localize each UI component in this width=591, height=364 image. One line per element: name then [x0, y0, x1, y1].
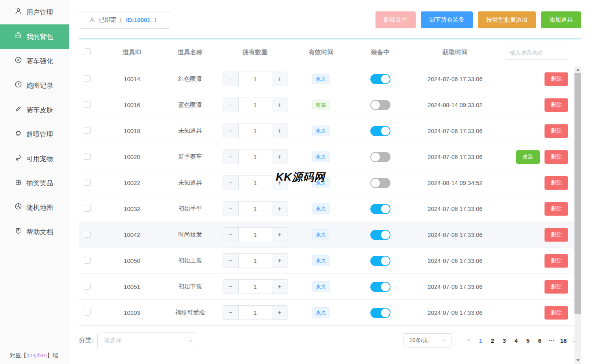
qty-increase-button[interactable]: + [272, 280, 288, 294]
scrollbar-thumb[interactable] [574, 73, 581, 314]
qty-increase-button[interactable]: + [272, 72, 288, 86]
page-button-18[interactable]: 18 [558, 337, 569, 344]
equipped-toggle[interactable] [370, 204, 390, 214]
qty-increase-button[interactable]: + [272, 254, 288, 268]
page-button-3[interactable]: 3 [498, 337, 510, 344]
equipped-toggle[interactable] [370, 126, 390, 136]
row-checkbox[interactable] [84, 75, 91, 82]
bound-status: 已绑定（ID:10001） [79, 11, 170, 29]
delete-button[interactable]: 删除 [545, 72, 568, 86]
row-checkbox[interactable] [84, 231, 91, 238]
equipped-toggle[interactable] [370, 100, 390, 110]
sidebar-item-car-upgrade[interactable]: 赛车强化 [0, 49, 69, 73]
qty-decrease-button[interactable]: − [223, 202, 239, 216]
equipped-toggle[interactable] [370, 230, 390, 240]
sidebar-item-available-pets[interactable]: 可用宠物 [0, 146, 69, 171]
delete-button[interactable]: 删除 [545, 176, 568, 190]
qty-input[interactable] [239, 202, 272, 216]
qty-decrease-button[interactable]: − [223, 306, 239, 320]
bound-text: 已绑定（ [99, 16, 123, 24]
equipped-toggle[interactable] [370, 152, 390, 162]
toggle-knob [371, 101, 380, 109]
page-button-1[interactable]: 1 [475, 337, 487, 344]
qty-input[interactable] [239, 254, 272, 268]
equipped-toggle[interactable] [370, 178, 390, 188]
page-button-6[interactable]: 6 [534, 337, 546, 344]
qty-decrease-button[interactable]: − [223, 280, 239, 294]
scroll-up-arrow-icon[interactable] [574, 66, 581, 73]
prev-page-button[interactable]: < [463, 337, 475, 344]
equipped-toggle[interactable] [370, 282, 390, 292]
sidebar-item-user-management[interactable]: 用户管理 [0, 0, 69, 24]
qty-increase-button[interactable]: + [272, 202, 288, 216]
delete-button[interactable]: 删除 [545, 254, 568, 268]
delete-button[interactable]: 删除 [545, 150, 568, 164]
qty-decrease-button[interactable]: − [223, 72, 239, 86]
qty-decrease-button[interactable]: − [223, 228, 239, 242]
qty-decrease-button[interactable]: − [223, 176, 239, 190]
delete-button[interactable]: 删除 [545, 306, 568, 320]
page-button-5[interactable]: 5 [522, 337, 534, 344]
item-id: 10051 [102, 283, 162, 290]
page-button-2[interactable]: 2 [487, 337, 498, 344]
batch-add-button[interactable]: 按类型批量添加 [478, 11, 536, 28]
bound-close: ） [154, 16, 160, 24]
equipped-toggle[interactable] [370, 256, 390, 266]
delete-button[interactable]: 删除 [545, 280, 568, 294]
add-item-button[interactable]: 添加道具 [541, 11, 581, 28]
page-more-button[interactable]: ··· [546, 337, 558, 344]
row-checkbox[interactable] [84, 257, 91, 264]
acquired-time: 2024-07-06 17:33:06 [410, 309, 500, 316]
sidebar-item-help-docs[interactable]: 帮助文档 [0, 220, 69, 244]
vertical-scrollbar[interactable] [574, 66, 581, 364]
delete-button[interactable]: 删除 [545, 202, 568, 216]
row-checkbox[interactable] [84, 127, 91, 134]
qty-input[interactable] [239, 280, 272, 294]
row-checkbox[interactable] [84, 179, 91, 186]
qty-increase-button[interactable]: + [272, 228, 288, 242]
unequip-all-button[interactable]: 卸下所有装备 [421, 11, 473, 28]
page-size-select[interactable]: 10条/页 [403, 333, 452, 347]
qty-decrease-button[interactable]: − [223, 124, 239, 138]
row-checkbox[interactable] [84, 101, 91, 108]
qty-input[interactable] [239, 72, 272, 86]
qty-input[interactable] [239, 98, 272, 112]
qty-increase-button[interactable]: + [272, 150, 288, 164]
sidebar-item-lottery-prizes[interactable]: 抽奖奖品 [0, 171, 69, 195]
qty-input[interactable] [239, 306, 272, 320]
qty-increase-button[interactable]: + [272, 124, 288, 138]
item-name: 初始上装 [162, 257, 219, 264]
row-checkbox[interactable] [84, 283, 91, 290]
row-checkbox[interactable] [84, 153, 91, 160]
sidebar-item-my-backpack[interactable]: 我的背包 [0, 24, 69, 49]
select-all-checkbox[interactable] [84, 48, 91, 55]
modify-button[interactable]: 改装 [516, 150, 540, 164]
qty-decrease-button[interactable]: − [223, 98, 239, 112]
qty-increase-button[interactable]: + [272, 176, 288, 190]
sidebar-item-nitro-management[interactable]: 超喷管理 [0, 122, 69, 146]
qty-increase-button[interactable]: + [272, 98, 288, 112]
sidebar-item-run-records[interactable]: 跑图记录 [0, 73, 69, 98]
qty-input[interactable] [239, 124, 272, 138]
qty-increase-button[interactable]: + [272, 306, 288, 320]
delete-selected-button[interactable]: 删除选中 [375, 11, 416, 28]
qty-input[interactable] [239, 228, 272, 242]
delete-button[interactable]: 删除 [545, 228, 568, 242]
qty-decrease-button[interactable]: − [223, 254, 239, 268]
category-select[interactable]: 请选择 [97, 333, 198, 348]
row-checkbox[interactable] [84, 309, 91, 316]
qty-input[interactable] [239, 176, 272, 190]
page-button-4[interactable]: 4 [510, 337, 522, 344]
scroll-down-arrow-icon[interactable] [574, 357, 581, 364]
qty-decrease-button[interactable]: − [223, 150, 239, 164]
row-checkbox[interactable] [84, 205, 91, 212]
sidebar-item-car-skins[interactable]: 赛车皮肤 [0, 98, 69, 122]
delete-button[interactable]: 删除 [545, 124, 568, 138]
equipped-toggle[interactable] [370, 308, 390, 318]
qty-input[interactable] [239, 150, 272, 164]
search-input[interactable] [505, 46, 568, 60]
equipped-toggle[interactable] [370, 74, 390, 84]
quantity-stepper: − + [223, 176, 288, 190]
sidebar-item-random-maps[interactable]: 随机地图 [0, 195, 69, 220]
delete-button[interactable]: 删除 [545, 98, 568, 112]
